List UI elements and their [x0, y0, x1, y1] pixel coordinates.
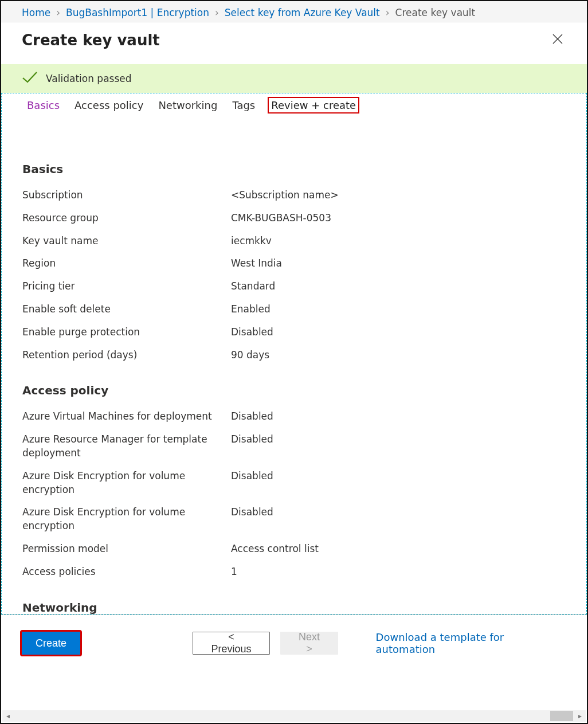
tab-access-policy[interactable]: Access policy: [75, 99, 143, 111]
row-ade-volume2: Azure Disk Encryption for volume encrypt…: [22, 501, 566, 538]
row-permission-model: Permission model Access control list: [22, 538, 566, 561]
horizontal-scrollbar[interactable]: ◂ ▸: [2, 710, 586, 722]
row-access-policies: Access policies 1: [22, 561, 566, 584]
value-arm-template: Disabled: [231, 433, 273, 460]
row-key-vault-name: Key vault name iecmkkv: [22, 230, 566, 253]
section-basics: Basics Subscription <Subscription name> …: [2, 162, 586, 366]
chevron-right-icon: ›: [215, 7, 219, 18]
label-subscription: Subscription: [22, 189, 231, 202]
tab-review-create[interactable]: Review + create: [268, 97, 359, 114]
download-template-link[interactable]: Download a template for automation: [376, 631, 566, 655]
row-soft-delete: Enable soft delete Enabled: [22, 298, 566, 321]
label-avm-deploy: Azure Virtual Machines for deployment: [22, 410, 231, 424]
section-basics-heading: Basics: [22, 162, 566, 176]
breadcrumb-home[interactable]: Home: [22, 7, 50, 18]
tab-basics[interactable]: Basics: [27, 99, 60, 111]
breadcrumb: Home › BugBashImport1 | Encryption › Sel…: [1, 1, 587, 22]
value-avm-deploy: Disabled: [231, 410, 273, 424]
value-subscription: <Subscription name>: [231, 189, 339, 202]
section-networking: Networking Connectivity method Public en…: [2, 601, 586, 615]
tab-networking[interactable]: Networking: [158, 99, 217, 111]
value-pricing-tier: Standard: [231, 280, 275, 293]
value-resource-group: CMK-BUGBASH-0503: [231, 212, 331, 225]
scroll-left-icon[interactable]: ◂: [2, 712, 14, 720]
close-icon[interactable]: [549, 29, 566, 50]
label-pricing-tier: Pricing tier: [22, 280, 231, 293]
chevron-right-icon: ›: [386, 7, 390, 18]
label-soft-delete: Enable soft delete: [22, 303, 231, 316]
label-region: Region: [22, 257, 231, 271]
label-access-policies: Access policies: [22, 565, 231, 579]
previous-button[interactable]: < Previous: [193, 632, 270, 655]
value-ade-volume2: Disabled: [231, 506, 273, 533]
row-resource-group: Resource group CMK-BUGBASH-0503: [22, 207, 566, 230]
scroll-thumb[interactable]: [550, 711, 573, 721]
content-scroll[interactable]: Basics Access policy Networking Tags Rev…: [1, 93, 587, 615]
validation-banner: Validation passed: [1, 64, 587, 93]
value-access-policies: 1: [231, 565, 237, 579]
label-key-vault-name: Key vault name: [22, 234, 231, 248]
value-permission-model: Access control list: [231, 542, 319, 556]
chevron-right-icon: ›: [56, 7, 60, 18]
check-icon: [22, 71, 38, 86]
value-retention: 90 days: [231, 349, 269, 362]
label-ade-volume2: Azure Disk Encryption for volume encrypt…: [22, 506, 231, 533]
tab-strip: Basics Access policy Networking Tags Rev…: [2, 93, 586, 116]
row-arm-template: Azure Resource Manager for template depl…: [22, 428, 566, 465]
page-title: Create key vault: [22, 32, 160, 49]
value-key-vault-name: iecmkkv: [231, 234, 272, 248]
section-access-policy-heading: Access policy: [22, 383, 566, 397]
row-ade-volume1: Azure Disk Encryption for volume encrypt…: [22, 465, 566, 502]
label-resource-group: Resource group: [22, 212, 231, 225]
value-purge-protection: Disabled: [231, 326, 273, 339]
section-networking-heading: Networking: [22, 601, 566, 615]
value-region: West India: [231, 257, 282, 271]
window: Home › BugBashImport1 | Encryption › Sel…: [0, 0, 588, 724]
breadcrumb-item2[interactable]: Select key from Azure Key Vault: [225, 7, 380, 18]
tab-tags[interactable]: Tags: [232, 99, 255, 111]
title-bar: Create key vault: [1, 22, 587, 64]
footer: Create < Previous Next > Download a temp…: [1, 615, 587, 671]
row-retention: Retention period (days) 90 days: [22, 344, 566, 367]
validation-text: Validation passed: [46, 73, 132, 84]
breadcrumb-current: Create key vault: [395, 7, 476, 18]
row-avm-deploy: Azure Virtual Machines for deployment Di…: [22, 405, 566, 428]
label-permission-model: Permission model: [22, 542, 231, 556]
next-button: Next >: [280, 632, 338, 655]
row-pricing-tier: Pricing tier Standard: [22, 275, 566, 298]
label-retention: Retention period (days): [22, 349, 231, 362]
row-region: Region West India: [22, 252, 566, 275]
row-subscription: Subscription <Subscription name>: [22, 184, 566, 207]
section-access-policy: Access policy Azure Virtual Machines for…: [2, 383, 586, 583]
value-ade-volume1: Disabled: [231, 469, 273, 497]
breadcrumb-item1[interactable]: BugBashImport1 | Encryption: [66, 7, 209, 18]
value-soft-delete: Enabled: [231, 303, 271, 316]
scroll-right-icon[interactable]: ▸: [574, 712, 586, 720]
label-ade-volume1: Azure Disk Encryption for volume encrypt…: [22, 469, 231, 497]
create-button[interactable]: Create: [22, 632, 80, 655]
label-purge-protection: Enable purge protection: [22, 326, 231, 339]
label-arm-template: Azure Resource Manager for template depl…: [22, 433, 231, 460]
row-purge-protection: Enable purge protection Disabled: [22, 321, 566, 344]
